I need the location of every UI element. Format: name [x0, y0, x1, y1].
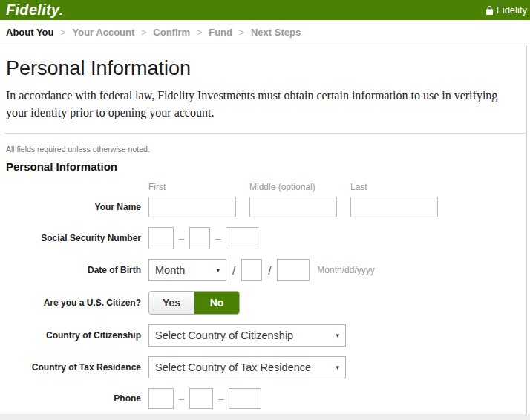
ssn-dash: –	[179, 233, 184, 244]
ssn-part3-input[interactable]	[226, 227, 258, 249]
ssn-row: Social Security Number – –	[6, 227, 526, 249]
dob-slash: /	[268, 264, 271, 277]
chevron-down-icon: ▾	[216, 266, 220, 274]
dob-row: Date of Birth Month ▾ / / Month/dd/yyyy	[6, 259, 526, 281]
top-header: Fidelity. Fidelity	[0, 0, 530, 20]
breadcrumb-step-next-steps: Next Steps	[251, 27, 301, 38]
last-name-column-label: Last	[350, 182, 367, 192]
page-bottom-strip	[0, 414, 530, 420]
chevron-right-icon: >	[61, 27, 66, 38]
breadcrumb-step-fund: Fund	[209, 27, 232, 38]
secure-session-indicator: Fidelity	[486, 4, 527, 16]
phone-part1-input[interactable]	[148, 388, 174, 409]
citizen-no-button[interactable]: No	[194, 292, 239, 314]
secure-session-label: Fidelity	[497, 4, 527, 16]
breadcrumb-step-confirm: Confirm	[153, 27, 190, 38]
section-heading: Personal Information	[6, 160, 526, 173]
chevron-down-icon: ▾	[336, 332, 339, 339]
breadcrumb: About You > Your Account > Confirm > Fun…	[0, 20, 530, 45]
required-note: All fields required unless otherwise not…	[6, 145, 526, 154]
chevron-right-icon: >	[197, 27, 202, 38]
phone-dash: –	[218, 393, 223, 404]
dob-day-input[interactable]	[241, 259, 262, 281]
dob-year-input[interactable]	[277, 259, 310, 281]
ssn-part2-input[interactable]	[189, 227, 210, 249]
citizenship-row: Country of Citizenship Select Country of…	[6, 324, 526, 347]
fidelity-logo[interactable]: Fidelity.	[6, 0, 64, 20]
citizen-toggle: Yes No	[148, 291, 240, 315]
lock-icon	[486, 6, 493, 15]
intro-text: In accordance with federal law, Fidelity…	[6, 88, 517, 121]
tax-residence-row: Country of Tax Residence Select Country …	[6, 356, 526, 378]
chevron-right-icon: >	[239, 27, 244, 38]
dob-slash: /	[232, 264, 235, 277]
dob-month-selected-value: Month	[155, 264, 185, 276]
middle-name-input[interactable]	[249, 197, 337, 217]
your-name-row: Your Name	[6, 197, 526, 217]
dob-label: Date of Birth	[6, 266, 141, 276]
citizenship-select[interactable]: Select Country of Citizenship ▾	[148, 324, 346, 347]
phone-part2-input[interactable]	[189, 388, 213, 409]
first-name-input[interactable]	[148, 197, 236, 217]
last-name-input[interactable]	[350, 197, 438, 217]
breadcrumb-step-about-you: About You	[6, 27, 54, 38]
first-name-column-label: First	[148, 182, 249, 192]
tax-residence-select[interactable]: Select Country of Tax Residence ▾	[148, 356, 346, 378]
ssn-part1-input[interactable]	[148, 227, 174, 249]
citizen-row: Are you a U.S. Citizen? Yes No	[6, 291, 526, 315]
chevron-right-icon: >	[141, 27, 146, 38]
middle-name-column-label: Middle (optional)	[249, 182, 350, 192]
citizenship-selected-value: Select Country of Citizenship	[155, 329, 293, 341]
citizenship-label: Country of Citizenship	[6, 331, 141, 341]
page-title: Personal Information	[6, 57, 526, 80]
divider	[4, 133, 526, 134]
citizen-yes-button[interactable]: Yes	[149, 292, 194, 314]
your-name-label: Your Name	[6, 203, 141, 213]
name-column-headers: First Middle (optional) Last	[148, 182, 526, 192]
main-content: Personal Information In accordance with …	[0, 45, 527, 420]
phone-dash: –	[179, 393, 184, 404]
citizen-label: Are you a U.S. Citizen?	[6, 298, 141, 309]
dob-month-select[interactable]: Month ▾	[148, 259, 226, 281]
phone-label: Phone	[6, 394, 141, 404]
phone-row: Phone – –	[6, 388, 526, 409]
dob-format-hint: Month/dd/yyyy	[317, 265, 374, 275]
breadcrumb-step-your-account: Your Account	[73, 27, 135, 38]
phone-part3-input[interactable]	[229, 388, 261, 409]
ssn-dash: –	[215, 233, 220, 244]
tax-residence-selected-value: Select Country of Tax Residence	[155, 361, 311, 373]
chevron-down-icon: ▾	[336, 364, 339, 371]
ssn-label: Social Security Number	[6, 234, 141, 244]
tax-residence-label: Country of Tax Residence	[6, 363, 141, 373]
